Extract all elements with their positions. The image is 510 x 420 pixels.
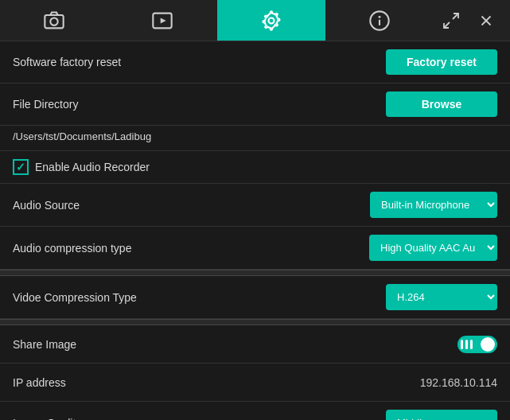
svg-line-8 (453, 14, 458, 19)
file-directory-row: File Directory Browse (0, 84, 510, 126)
audio-compression-select[interactable]: High Quality AAC Au (369, 235, 497, 261)
factory-reset-row: Software factory reset Factory reset (0, 41, 510, 84)
file-path: /Users/tst/Documents/Ladibug (0, 126, 510, 151)
toggle-bar-3 (470, 340, 473, 349)
video-compression-row: Vidoe Compression Type H.264 (0, 276, 510, 319)
file-directory-label: File Directory (13, 98, 78, 111)
factory-reset-button[interactable]: Factory reset (386, 49, 497, 75)
audio-compression-row: Audio compression type High Quality AAC … (0, 227, 510, 270)
video-compression-label: Vidoe Compression Type (13, 291, 137, 304)
enable-audio-row: Enable Audio Recorder (0, 151, 510, 184)
share-image-row: Share Image (0, 325, 510, 364)
settings-content: Software factory reset Factory reset Fil… (0, 41, 510, 420)
share-image-toggle[interactable] (457, 336, 497, 353)
enable-audio-label: Enable Audio Recorder (35, 161, 150, 173)
audio-source-label: Audio Source (13, 199, 80, 212)
image-quality-row: Image Quality Middle (0, 402, 510, 420)
expand-button[interactable] (434, 3, 469, 38)
section-divider-1 (0, 270, 510, 276)
toggle-bar-1 (461, 340, 463, 349)
tab-camera[interactable] (0, 0, 108, 41)
share-image-label: Share Image (13, 338, 76, 351)
ip-address-value: 192.168.10.114 (420, 376, 497, 389)
ip-address-label: IP address (13, 376, 66, 389)
close-button[interactable] (469, 3, 504, 38)
audio-source-select[interactable]: Built-in Microphone (370, 192, 497, 218)
enable-audio-checkbox[interactable] (13, 159, 29, 175)
image-quality-select[interactable]: Middle (386, 410, 497, 420)
audio-compression-label: Audio compression type (13, 242, 131, 255)
audio-source-row: Audio Source Built-in Microphone (0, 184, 510, 227)
nav-right-controls (434, 3, 510, 38)
toggle-track[interactable] (457, 336, 497, 353)
video-compression-select[interactable]: H.264 (386, 284, 497, 310)
svg-point-4 (268, 18, 274, 23)
factory-reset-label: Software factory reset (13, 56, 121, 68)
svg-point-1 (50, 18, 57, 25)
browse-button[interactable]: Browse (386, 91, 497, 117)
image-quality-label: Image Quality (13, 417, 81, 421)
top-navigation (0, 0, 510, 41)
toggle-bar-2 (465, 340, 468, 349)
tab-info[interactable] (325, 0, 434, 41)
toggle-circle (481, 337, 495, 352)
tab-play[interactable] (108, 0, 216, 41)
section-divider-2 (0, 319, 510, 325)
tab-settings[interactable] (217, 0, 325, 41)
svg-line-9 (444, 22, 450, 28)
ip-address-row: IP address 192.168.10.114 (0, 364, 510, 402)
svg-marker-3 (161, 18, 166, 23)
toggle-bars (461, 340, 473, 349)
